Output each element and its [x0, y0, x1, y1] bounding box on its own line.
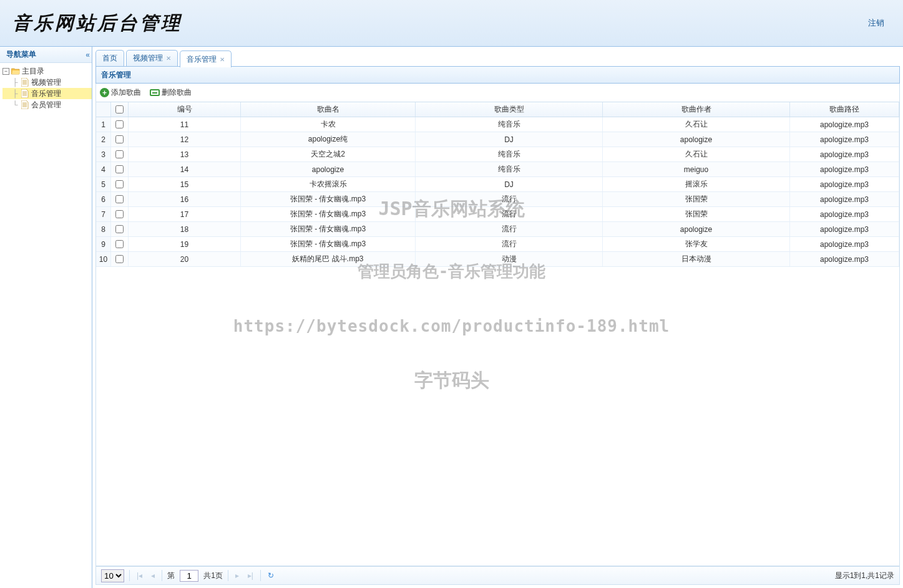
sidebar: 导航菜单 « − 主目录 ├视频管理├音乐管理└会员管理: [0, 47, 92, 588]
sidebar-item-label: 视频管理: [31, 77, 61, 88]
table-row[interactable]: 616张国荣 - 倩女幽魂.mp3流行张国荣apologize.mp3: [96, 192, 899, 207]
pagesize-select[interactable]: 10: [101, 569, 124, 582]
author-cell: 久石让: [603, 117, 790, 132]
tab[interactable]: 视频管理✕: [126, 50, 178, 66]
tab-close-icon[interactable]: ✕: [220, 56, 225, 63]
delete-song-button[interactable]: 删除歌曲: [150, 87, 192, 98]
row-checkbox-cell: [111, 222, 129, 236]
tree-toggle-icon[interactable]: −: [2, 68, 9, 75]
table-row[interactable]: 515卡农摇滚乐DJ摇滚乐apologize.mp3: [96, 177, 899, 192]
name-cell: 张国荣 - 倩女幽魂.mp3: [241, 222, 416, 236]
document-icon: [20, 100, 30, 109]
logout-link[interactable]: 注销: [868, 17, 884, 29]
id-cell: 14: [129, 162, 241, 176]
row-checkbox[interactable]: [115, 165, 124, 173]
table-row[interactable]: 1020妖精的尾巴 战斗.mp3动漫日本动漫apologize.mp3: [96, 252, 899, 267]
row-checkbox[interactable]: [115, 150, 124, 158]
sidebar-title: 导航菜单: [6, 49, 36, 60]
sidebar-header: 导航菜单 «: [0, 47, 92, 63]
type-cell: 动漫: [416, 252, 603, 266]
tab-close-icon[interactable]: ✕: [166, 55, 171, 62]
col-id[interactable]: 编号: [129, 102, 241, 117]
rownum-cell: 8: [96, 222, 111, 236]
author-cell: apologize: [603, 132, 790, 147]
tab[interactable]: 音乐管理✕: [180, 51, 232, 67]
col-name[interactable]: 歌曲名: [241, 102, 416, 117]
path-cell: apologize.mp3: [790, 222, 899, 236]
row-checkbox-cell: [111, 252, 129, 266]
document-icon: [20, 78, 30, 87]
col-path[interactable]: 歌曲路径: [790, 102, 899, 117]
rownum-cell: 9: [96, 237, 111, 251]
author-cell: apologize: [603, 222, 790, 236]
collapse-sidebar-icon[interactable]: «: [85, 51, 88, 59]
plus-circle-icon: +: [100, 88, 109, 97]
table-row[interactable]: 313天空之城2纯音乐久石让apologize.mp3: [96, 147, 899, 162]
document-icon: [20, 89, 30, 98]
delete-song-label: 删除歌曲: [162, 87, 192, 98]
row-checkbox-cell: [111, 147, 129, 161]
id-cell: 17: [129, 207, 241, 221]
rownum-cell: 10: [96, 252, 111, 266]
table-row[interactable]: 414apologize纯音乐meiguoapologize.mp3: [96, 162, 899, 177]
col-author[interactable]: 歌曲作者: [603, 102, 790, 117]
rownum-cell: 7: [96, 207, 111, 221]
path-cell: apologize.mp3: [790, 132, 899, 147]
id-cell: 12: [129, 132, 241, 147]
next-page-button[interactable]: ▸: [233, 571, 241, 580]
app-title: 音乐网站后台管理: [12, 11, 182, 36]
path-cell: apologize.mp3: [790, 192, 899, 206]
tab-bar: 首页视频管理✕音乐管理✕: [95, 50, 900, 67]
tree-branch-icon: ├: [10, 89, 20, 98]
row-checkbox[interactable]: [115, 120, 124, 128]
author-cell: 久石让: [603, 147, 790, 161]
row-checkbox[interactable]: [115, 180, 124, 188]
add-song-button[interactable]: + 添加歌曲: [100, 87, 141, 98]
sidebar-item[interactable]: ├视频管理: [2, 77, 92, 88]
page-input[interactable]: [180, 570, 198, 582]
sidebar-item[interactable]: └会员管理: [2, 99, 92, 110]
row-checkbox[interactable]: [115, 240, 124, 248]
first-page-button[interactable]: |◂: [135, 571, 144, 580]
row-checkbox[interactable]: [115, 135, 124, 143]
table-row[interactable]: 717张国荣 - 倩女幽魂.mp3流行张国荣apologize.mp3: [96, 207, 899, 222]
refresh-button[interactable]: ↻: [266, 571, 276, 580]
sidebar-item[interactable]: ├音乐管理: [2, 88, 92, 99]
rownum-cell: 1: [96, 117, 111, 132]
tab[interactable]: 首页: [95, 50, 124, 66]
id-cell: 15: [129, 177, 241, 191]
table-row[interactable]: 818张国荣 - 倩女幽魂.mp3流行apologizeapologize.mp…: [96, 222, 899, 237]
row-checkbox[interactable]: [115, 225, 124, 233]
sidebar-item-label: 会员管理: [31, 100, 61, 110]
author-cell: 张国荣: [603, 192, 790, 206]
col-rownum: [96, 102, 111, 117]
tree-branch-icon: ├: [10, 78, 20, 87]
id-cell: 11: [129, 117, 241, 132]
tree-root[interactable]: − 主目录: [2, 65, 92, 77]
row-checkbox-cell: [111, 192, 129, 206]
name-cell: apologize纯: [241, 132, 416, 147]
id-cell: 16: [129, 192, 241, 206]
panel-title: 音乐管理: [95, 67, 900, 84]
name-cell: 张国荣 - 倩女幽魂.mp3: [241, 192, 416, 206]
row-checkbox[interactable]: [115, 210, 124, 218]
col-type[interactable]: 歌曲类型: [416, 102, 603, 117]
check-all[interactable]: [115, 105, 124, 113]
id-cell: 18: [129, 222, 241, 236]
rownum-cell: 3: [96, 147, 111, 161]
row-checkbox[interactable]: [115, 255, 124, 263]
table-row[interactable]: 212apologize纯DJapologizeapologize.mp3: [96, 132, 899, 147]
row-checkbox[interactable]: [115, 195, 124, 203]
type-cell: 纯音乐: [416, 162, 603, 176]
toolbar: + 添加歌曲 删除歌曲: [95, 84, 900, 102]
last-page-button[interactable]: ▸|: [246, 571, 255, 580]
prev-page-button[interactable]: ◂: [149, 571, 157, 580]
tab-label: 首页: [102, 53, 117, 64]
col-checkbox: [111, 102, 129, 117]
path-cell: apologize.mp3: [790, 177, 899, 191]
path-cell: apologize.mp3: [790, 252, 899, 266]
main-area: 首页视频管理✕音乐管理✕ 音乐管理 + 添加歌曲 删除歌曲 编号 歌曲名 歌曲类…: [92, 47, 903, 588]
table-row[interactable]: 111卡农纯音乐久石让apologize.mp3: [96, 117, 899, 132]
author-cell: 摇滚乐: [603, 177, 790, 191]
table-row[interactable]: 919张国荣 - 倩女幽魂.mp3流行张学友apologize.mp3: [96, 237, 899, 252]
